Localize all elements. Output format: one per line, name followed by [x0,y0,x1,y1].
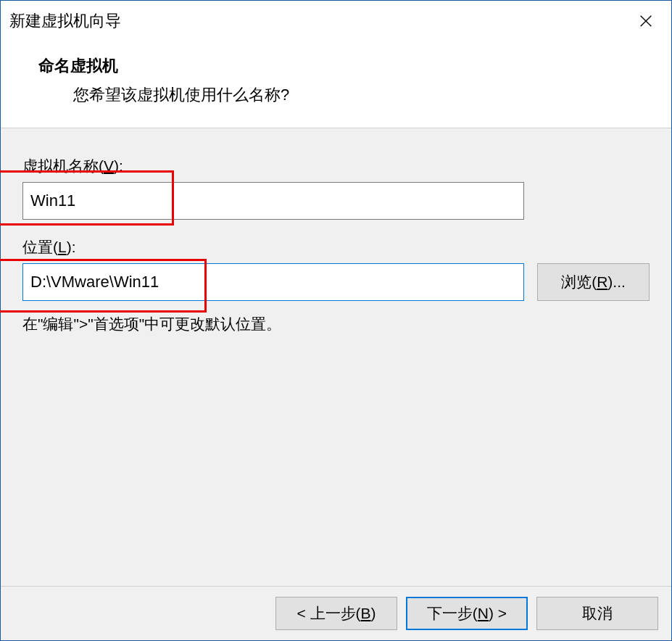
dialog-title: 新建虚拟机向导 [9,10,121,32]
close-button[interactable] [621,1,671,41]
wizard-step-subtitle: 您希望该虚拟机使用什么名称? [73,84,650,106]
wizard-body: 虚拟机名称(V): 位置(L): 浏览(R)... 在"编辑">"首选项"中可更… [1,128,671,586]
vm-name-label: 虚拟机名称(V): [22,156,650,176]
location-row: 位置(L): 浏览(R)... [22,237,650,301]
wizard-dialog: 新建虚拟机向导 命名虚拟机 您希望该虚拟机使用什么名称? 虚拟机名称(V): 位… [0,0,672,641]
titlebar: 新建虚拟机向导 [1,1,671,41]
next-button[interactable]: 下一步(N) > [406,597,528,630]
wizard-footer: < 上一步(B) 下一步(N) > 取消 [1,586,671,640]
browse-button[interactable]: 浏览(R)... [537,263,650,301]
back-button[interactable]: < 上一步(B) [275,597,397,630]
wizard-header: 命名虚拟机 您希望该虚拟机使用什么名称? [1,41,671,128]
wizard-step-title: 命名虚拟机 [38,55,650,77]
location-input[interactable] [22,263,524,301]
location-label: 位置(L): [22,237,650,257]
vm-name-input[interactable] [22,182,524,220]
close-icon [638,13,654,29]
cancel-button[interactable]: 取消 [536,597,658,630]
default-location-hint: 在"编辑">"首选项"中可更改默认位置。 [22,314,650,334]
vm-name-row: 虚拟机名称(V): [22,156,650,220]
